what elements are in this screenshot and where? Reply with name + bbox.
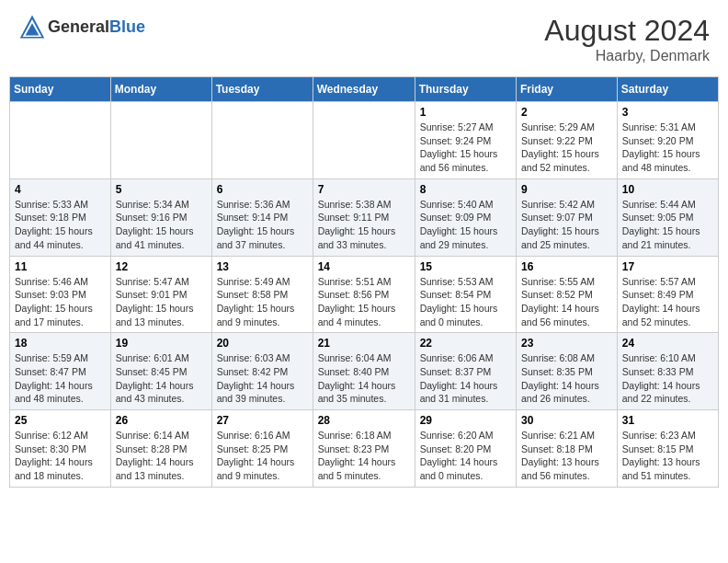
day-info: Sunrise: 6:01 AMSunset: 8:45 PMDaylight:… [116,352,194,404]
table-row: 21Sunrise: 6:04 AMSunset: 8:40 PMDayligh… [313,333,415,410]
col-monday: Monday [110,77,211,102]
day-info: Sunrise: 6:20 AMSunset: 8:20 PMDaylight:… [420,430,498,481]
day-number: 26 [116,414,207,427]
table-row: 27Sunrise: 6:16 AMSunset: 8:25 PMDayligh… [211,410,313,488]
day-number: 4 [15,183,106,196]
day-info: Sunrise: 5:29 AMSunset: 9:22 PMDaylight:… [521,121,599,173]
logo: GeneralBlue [18,14,145,40]
day-number: 2 [521,106,612,119]
title-block: August 2024 Haarby, Denmark [544,14,710,64]
calendar-week-row: 11Sunrise: 5:46 AMSunset: 9:03 PMDayligh… [10,256,719,333]
day-info: Sunrise: 5:36 AMSunset: 9:14 PMDaylight:… [217,199,295,250]
table-row: 15Sunrise: 5:53 AMSunset: 8:54 PMDayligh… [415,256,516,333]
calendar-table: Sunday Monday Tuesday Wednesday Thursday… [9,76,719,488]
table-row: 9Sunrise: 5:42 AMSunset: 9:07 PMDaylight… [517,178,618,256]
col-thursday: Thursday [415,77,516,102]
table-row: 26Sunrise: 6:14 AMSunset: 8:28 PMDayligh… [110,410,211,488]
day-info: Sunrise: 5:44 AMSunset: 9:05 PMDaylight:… [622,199,700,250]
table-row [110,102,211,179]
table-row: 23Sunrise: 6:08 AMSunset: 8:35 PMDayligh… [517,333,618,410]
day-number: 13 [217,260,308,273]
day-number: 23 [521,337,612,350]
day-number: 16 [521,260,612,273]
day-number: 24 [622,337,713,350]
day-info: Sunrise: 6:16 AMSunset: 8:25 PMDaylight:… [217,430,295,481]
day-info: Sunrise: 5:27 AMSunset: 9:24 PMDaylight:… [420,121,498,173]
day-info: Sunrise: 5:59 AMSunset: 8:47 PMDaylight:… [15,352,93,404]
table-row: 6Sunrise: 5:36 AMSunset: 9:14 PMDaylight… [211,178,313,256]
table-row: 8Sunrise: 5:40 AMSunset: 9:09 PMDaylight… [415,178,516,256]
table-row [211,102,313,179]
table-row: 14Sunrise: 5:51 AMSunset: 8:56 PMDayligh… [313,256,415,333]
day-number: 5 [116,183,207,196]
table-row: 2Sunrise: 5:29 AMSunset: 9:22 PMDaylight… [517,102,618,179]
day-number: 31 [622,414,713,427]
day-number: 30 [521,414,612,427]
day-info: Sunrise: 5:49 AMSunset: 8:58 PMDaylight:… [217,276,295,327]
table-row [10,102,111,179]
day-number: 27 [217,414,308,427]
col-sunday: Sunday [10,77,111,102]
calendar-week-row: 1Sunrise: 5:27 AMSunset: 9:24 PMDaylight… [10,102,719,179]
day-number: 1 [420,106,511,119]
day-number: 10 [622,183,713,196]
day-number: 6 [217,183,308,196]
table-row: 12Sunrise: 5:47 AMSunset: 9:01 PMDayligh… [110,256,211,333]
col-saturday: Saturday [617,77,718,102]
day-info: Sunrise: 5:57 AMSunset: 8:49 PMDaylight:… [622,276,700,327]
day-info: Sunrise: 6:14 AMSunset: 8:28 PMDaylight:… [116,430,194,481]
logo-general-text: General [48,17,109,36]
logo-blue-text: Blue [109,17,145,36]
day-info: Sunrise: 6:10 AMSunset: 8:33 PMDaylight:… [622,352,700,404]
calendar-header-row: Sunday Monday Tuesday Wednesday Thursday… [10,77,719,102]
table-row: 1Sunrise: 5:27 AMSunset: 9:24 PMDaylight… [415,102,516,179]
day-number: 3 [622,106,713,119]
table-row: 29Sunrise: 6:20 AMSunset: 8:20 PMDayligh… [415,410,516,488]
day-info: Sunrise: 5:34 AMSunset: 9:16 PMDaylight:… [116,199,194,250]
day-info: Sunrise: 5:55 AMSunset: 8:52 PMDaylight:… [521,276,599,327]
day-number: 15 [420,260,511,273]
day-info: Sunrise: 5:47 AMSunset: 9:01 PMDaylight:… [116,276,194,327]
page-header: GeneralBlue August 2024 Haarby, Denmark [9,9,719,69]
day-number: 7 [318,183,410,196]
table-row: 30Sunrise: 6:21 AMSunset: 8:18 PMDayligh… [517,410,618,488]
day-number: 9 [521,183,612,196]
table-row: 19Sunrise: 6:01 AMSunset: 8:45 PMDayligh… [110,333,211,410]
day-number: 25 [15,414,106,427]
table-row: 20Sunrise: 6:03 AMSunset: 8:42 PMDayligh… [211,333,313,410]
table-row: 10Sunrise: 5:44 AMSunset: 9:05 PMDayligh… [617,178,718,256]
day-info: Sunrise: 5:38 AMSunset: 9:11 PMDaylight:… [318,199,396,250]
table-row: 16Sunrise: 5:55 AMSunset: 8:52 PMDayligh… [517,256,618,333]
table-row: 18Sunrise: 5:59 AMSunset: 8:47 PMDayligh… [10,333,111,410]
table-row: 22Sunrise: 6:06 AMSunset: 8:37 PMDayligh… [415,333,516,410]
day-info: Sunrise: 6:12 AMSunset: 8:30 PMDaylight:… [15,430,93,481]
day-info: Sunrise: 5:33 AMSunset: 9:18 PMDaylight:… [15,199,93,250]
day-number: 11 [15,260,106,273]
day-number: 29 [420,414,511,427]
day-number: 17 [622,260,713,273]
day-info: Sunrise: 5:42 AMSunset: 9:07 PMDaylight:… [521,199,599,250]
col-friday: Friday [517,77,618,102]
day-info: Sunrise: 6:18 AMSunset: 8:23 PMDaylight:… [318,430,396,481]
day-info: Sunrise: 6:03 AMSunset: 8:42 PMDaylight:… [217,352,295,404]
day-info: Sunrise: 6:04 AMSunset: 8:40 PMDaylight:… [318,352,396,404]
day-number: 20 [217,337,308,350]
table-row: 11Sunrise: 5:46 AMSunset: 9:03 PMDayligh… [10,256,111,333]
calendar-week-row: 4Sunrise: 5:33 AMSunset: 9:18 PMDaylight… [10,178,719,256]
table-row: 17Sunrise: 5:57 AMSunset: 8:49 PMDayligh… [617,256,718,333]
table-row: 3Sunrise: 5:31 AMSunset: 9:20 PMDaylight… [617,102,718,179]
day-number: 18 [15,337,106,350]
day-info: Sunrise: 6:08 AMSunset: 8:35 PMDaylight:… [521,352,599,404]
day-info: Sunrise: 5:51 AMSunset: 8:56 PMDaylight:… [318,276,396,327]
day-info: Sunrise: 5:40 AMSunset: 9:09 PMDaylight:… [420,199,498,250]
day-number: 21 [318,337,410,350]
table-row: 4Sunrise: 5:33 AMSunset: 9:18 PMDaylight… [10,178,111,256]
logo-icon [18,14,46,40]
day-number: 22 [420,337,511,350]
day-number: 28 [318,414,410,427]
table-row: 25Sunrise: 6:12 AMSunset: 8:30 PMDayligh… [10,410,111,488]
calendar-week-row: 25Sunrise: 6:12 AMSunset: 8:30 PMDayligh… [10,410,719,488]
day-number: 8 [420,183,511,196]
day-info: Sunrise: 5:53 AMSunset: 8:54 PMDaylight:… [420,276,498,327]
location-subtitle: Haarby, Denmark [544,48,710,64]
